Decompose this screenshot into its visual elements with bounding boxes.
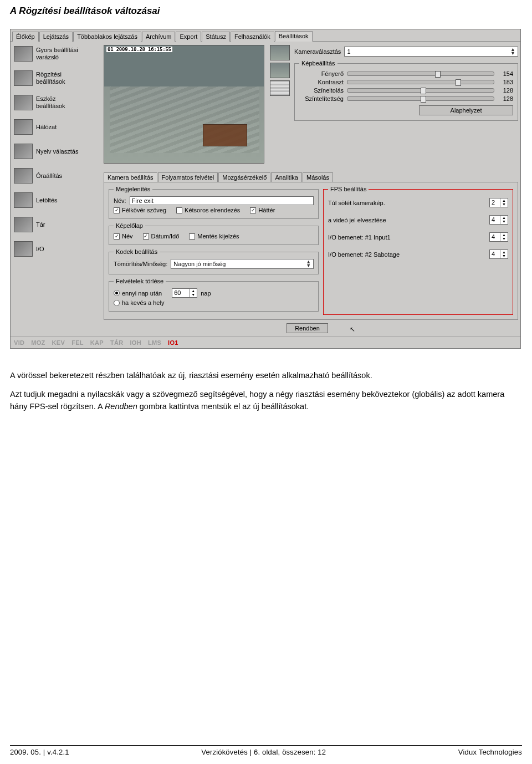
codec-legend: Kodek beállítás [114, 248, 160, 255]
preview-timestamp: 01 2009.10.28 16:15:55 [106, 47, 172, 52]
display-legend: Megjelenítés [114, 186, 152, 192]
subtab-kamera[interactable]: Kamera beállítás [104, 172, 157, 182]
tab-lejatszas[interactable]: Lejátszás [39, 32, 73, 42]
tab-elokep[interactable]: Élőkép [12, 32, 39, 42]
cursor-icon: ↖ [350, 325, 355, 333]
slider-label: Fényerő [299, 70, 344, 77]
spinner-value: 4 [490, 233, 500, 241]
sidebar-item-network[interactable]: Hálózat [13, 118, 104, 142]
codec-value: Nagyon jó minőség [173, 261, 226, 267]
radio-days[interactable]: ennyi nap után [114, 290, 162, 297]
wizard-icon [14, 46, 33, 62]
delete-days-unit: nap [201, 290, 211, 297]
checkbox-datetime[interactable]: ✓Dátum/Idő [143, 233, 180, 240]
checkbox-label: Név [122, 233, 133, 240]
radio-label: ha kevés a hely [122, 299, 164, 306]
codec-select[interactable]: Nagyon jó minőség ▲▼ [171, 259, 314, 269]
saturation-slider[interactable] [347, 96, 494, 101]
badge-active: IO1 [168, 339, 178, 346]
reset-button[interactable]: Alaphelyzet [419, 105, 513, 115]
pip-thumb[interactable] [270, 63, 290, 78]
camera-select-label: Kameraválasztás [294, 48, 341, 55]
page-footer: 2009. 05. | v.4.2.1 Verziókövetés | 6. o… [10, 745, 522, 756]
fps-spinner-dark[interactable]: 2▲▼ [489, 198, 508, 207]
tab-tobbablakos[interactable]: Többablakos lejátszás [73, 32, 141, 42]
updown-icon: ▲▼ [510, 48, 515, 55]
checkbox-name[interactable]: ✓Név [114, 233, 133, 240]
checkbox-saveind[interactable]: Mentés kijelzés [189, 233, 239, 240]
slider-value: 183 [498, 79, 513, 85]
sidebar-item-clock[interactable]: Óraállítás [13, 167, 104, 191]
badge: KEV [52, 339, 65, 346]
display-fieldset: Megjelenítés Név: ✓Félkövér szöveg Kétso… [109, 186, 319, 219]
fps-spinner-io2[interactable]: 4▲▼ [489, 249, 508, 259]
pip-thumb[interactable] [270, 80, 290, 96]
overlay-legend: Képelőlap [114, 222, 145, 229]
delete-legend: Felvételek törlése [114, 278, 166, 284]
tab-statusz[interactable]: Státusz [202, 32, 230, 42]
paragraph-emphasis: Rendben [105, 402, 137, 411]
tab-felhasznalok[interactable]: Felhasználók [231, 32, 274, 42]
radio-lowspace[interactable]: ha kevés a hely [114, 299, 164, 306]
badge: KAP [90, 339, 104, 346]
slider-label: Színtelítettség [299, 95, 344, 102]
clock-icon [14, 168, 33, 184]
subtab-masolas[interactable]: Másolás [303, 172, 333, 182]
spinner-value: 4 [490, 216, 500, 224]
device-icon [14, 95, 33, 110]
sidebar-item-device[interactable]: Eszköz beállítások [13, 94, 104, 118]
sidebar-item-label: Eszköz beállítások [36, 95, 65, 109]
brightness-slider[interactable] [347, 72, 494, 76]
overlay-fieldset: Képelőlap ✓Név ✓Dátum/Idő Mentés kijelzé… [109, 222, 319, 245]
paragraph-1: A vörössel bekeretezett részben találhat… [10, 370, 522, 382]
tab-beallitasok[interactable]: Beállítások [275, 31, 313, 42]
fps-spinner-signal[interactable]: 4▲▼ [489, 215, 508, 225]
fps-row-label: a videó jel elvesztése [328, 217, 386, 223]
checkbox-bold[interactable]: ✓Félkövér szöveg [114, 207, 166, 213]
fps-row-label: I/O bemenet: #1 Input1 [328, 234, 391, 241]
subtab-mozgas[interactable]: Mozgásérzékelő [218, 172, 270, 182]
updown-icon: ▲▼ [500, 216, 508, 224]
delete-fieldset: Felvételek törlése ennyi nap után 60▲▼ n… [109, 278, 319, 312]
hue-slider[interactable] [347, 88, 494, 93]
spinner-value: 2 [490, 198, 500, 207]
spinner-value: 4 [490, 250, 500, 258]
spinner-value: 60 [172, 289, 189, 297]
language-icon [14, 144, 33, 159]
checkbox-label: Mentés kijelzés [197, 233, 239, 240]
subtab-analitika[interactable]: Analitika [271, 172, 302, 182]
updown-icon: ▲▼ [189, 289, 197, 297]
footer-left: 2009. 05. | v.4.2.1 [10, 748, 69, 756]
fps-row-label: Túl sötét kamerakép. [328, 200, 385, 206]
camera-name-input[interactable] [130, 196, 314, 205]
fps-fieldset: FPS beállítás Túl sötét kamerakép. 2▲▼ a… [323, 186, 513, 315]
fps-spinner-io1[interactable]: 4▲▼ [489, 232, 508, 242]
radio-label: ennyi nap után [122, 290, 162, 297]
submit-button[interactable]: Rendben [287, 323, 328, 333]
sidebar-item-label: Gyors beállítási varázsló [36, 47, 78, 60]
sidebar-item-recording[interactable]: Rögzítési beállítások [13, 69, 104, 94]
sub-body: Megjelenítés Név: ✓Félkövér szöveg Kétso… [104, 182, 518, 320]
badge: MOZ [31, 339, 45, 346]
sidebar-item-storage[interactable]: Tár [13, 216, 104, 240]
delete-days-spinner[interactable]: 60▲▼ [172, 288, 197, 298]
codec-label: Tömörítés/Minőség: [114, 261, 167, 267]
tab-export[interactable]: Export [176, 32, 201, 42]
contrast-slider[interactable] [347, 80, 494, 84]
sidebar-item-wizard[interactable]: Gyors beállítási varázsló [13, 45, 104, 69]
camera-select[interactable]: 1 ▲▼ [344, 47, 518, 57]
pip-thumb[interactable] [270, 45, 290, 60]
slider-value: 128 [498, 87, 513, 94]
footer-right: Vidux Technologies [458, 748, 522, 756]
sidebar-item-download[interactable]: Letöltés [13, 191, 104, 216]
storage-icon [14, 217, 33, 232]
updown-icon: ▲▼ [500, 233, 508, 241]
sidebar-item-io[interactable]: I/O [13, 240, 104, 264]
checkbox-background[interactable]: ✓Háttér [250, 207, 275, 213]
sidebar-item-language[interactable]: Nyelv választás [13, 142, 104, 167]
sidebar-item-label: Letöltés [36, 197, 58, 204]
subtab-folyamatos[interactable]: Folyamatos felvétel [158, 172, 218, 182]
checkbox-twoline[interactable]: Kétsoros elrendezés [176, 207, 240, 213]
tab-archivum[interactable]: Archívum [142, 32, 175, 42]
updown-icon: ▲▼ [306, 260, 311, 268]
